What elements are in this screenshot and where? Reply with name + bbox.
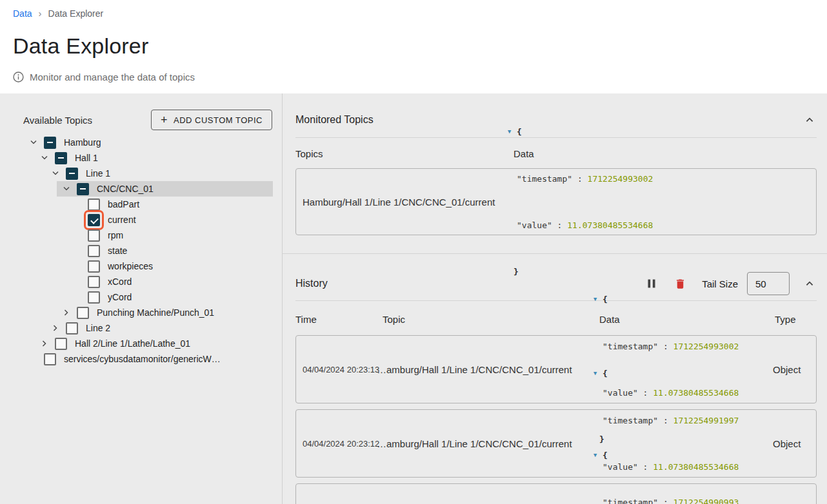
history-type: Object	[769, 364, 801, 375]
monitored-topics-title: Monitored Topics	[295, 114, 374, 126]
available-topics-panel: Available Topics + ADD CUSTOM TOPIC Hamb…	[0, 93, 282, 504]
json-colon: :	[658, 498, 673, 504]
json-collapse-icon[interactable]: ▼	[593, 365, 601, 381]
tree-item-hamburg[interactable]: Hamburg	[0, 135, 282, 150]
tree-item-state[interactable]: state	[0, 243, 282, 258]
tree-item-label: workpieces	[108, 261, 153, 271]
history-topic: …amburg/Hall 1/Line 1/CNC/CNC_01/current	[377, 438, 593, 449]
json-colon: :	[552, 220, 567, 230]
checkbox-indeterminate[interactable]	[44, 137, 56, 149]
tree-item-hall-1[interactable]: Hall 1	[0, 150, 282, 166]
chevron-right-icon[interactable]	[41, 341, 55, 346]
breadcrumb-current: Data Explorer	[48, 8, 104, 19]
collapse-section-icon[interactable]	[802, 113, 817, 127]
checkbox-unchecked[interactable]	[77, 307, 89, 319]
checkbox-indeterminate[interactable]	[55, 152, 67, 164]
json-viewer: ▼{ "timestamp" : 1712254990993 }	[593, 417, 769, 504]
json-value: 11.07380485534668	[567, 220, 653, 230]
chevron-down-icon[interactable]	[30, 140, 44, 145]
tree-item-line-2[interactable]: Line 2	[0, 320, 282, 336]
checkbox-unchecked[interactable]	[88, 291, 100, 304]
history-row: ▼{ "timestamp" : 1712254990993 }	[295, 483, 817, 504]
page-title: Data Explorer	[13, 34, 814, 57]
json-collapse-icon[interactable]: ▼	[593, 447, 601, 463]
json-colon: :	[572, 174, 587, 184]
column-header-time: Time	[295, 314, 383, 325]
json-open-brace: {	[603, 369, 608, 378]
checkbox-indeterminate[interactable]	[66, 168, 78, 180]
chevron-down-icon[interactable]	[52, 171, 66, 176]
history-type: Object	[769, 438, 801, 449]
page-subtitle: Monitor and manage the data of topics	[30, 72, 195, 82]
column-header-topic: Topic	[383, 314, 599, 325]
checkbox-unchecked[interactable]	[88, 260, 100, 273]
checkbox-unchecked[interactable]	[55, 338, 67, 350]
tree-item-rpm[interactable]: rpm	[0, 228, 282, 243]
right-panel: Monitored Topics Topics Data Hamburg/Hal…	[282, 93, 827, 504]
monitored-topic-row: Hamburg/Hall 1/Line 1/CNC/CNC_01/current…	[295, 168, 817, 235]
tree-item-label: Hall 2/Line 1/Lathe/Lathe_01	[75, 338, 190, 349]
available-topics-title: Available Topics	[23, 115, 92, 126]
tree-item-ycord[interactable]: yCord	[0, 289, 282, 305]
tree-item-label: badPart	[108, 199, 139, 209]
history-title: History	[295, 278, 328, 289]
history-time: 04/04/2024 20:23:12	[296, 439, 377, 449]
checkbox-checked[interactable]	[88, 214, 100, 226]
json-key: "timestamp"	[603, 498, 658, 504]
tree-item-label: CNC/CNC_01	[97, 184, 154, 194]
column-header-type: Type	[775, 314, 796, 325]
chevron-right-icon: ›	[39, 8, 42, 19]
chevron-right-icon[interactable]	[63, 310, 77, 315]
tree-item-workpieces[interactable]: workpieces	[0, 258, 282, 274]
plus-icon: +	[161, 114, 168, 126]
tree-item-label: xCord	[108, 276, 132, 287]
checkbox-indeterminate[interactable]	[77, 183, 89, 195]
checkbox-unchecked[interactable]	[44, 353, 56, 365]
json-collapse-icon[interactable]: ▼	[593, 291, 601, 307]
json-open-brace: {	[517, 127, 522, 137]
json-collapse-icon[interactable]: ▼	[508, 124, 515, 139]
tree-item-label: rpm	[108, 230, 123, 240]
collapse-section-icon[interactable]	[802, 276, 817, 291]
tree-item-services-datamonitor[interactable]: services/cybusdatamonitor/genericW…	[0, 351, 282, 367]
monitored-topics-section: Monitored Topics Topics Data Hamburg/Hal…	[283, 93, 827, 254]
chevron-down-icon[interactable]	[63, 186, 77, 191]
checkbox-unchecked[interactable]	[88, 276, 100, 288]
checkbox-unchecked[interactable]	[88, 199, 100, 211]
tree-item-xcord[interactable]: xCord	[0, 274, 282, 289]
breadcrumb-link-data[interactable]: Data	[13, 8, 32, 19]
json-open-brace: {	[603, 295, 608, 304]
tree-item-hall-2-lathe[interactable]: Hall 2/Line 1/Lathe/Lathe_01	[0, 336, 282, 351]
add-custom-topic-label: ADD CUSTOM TOPIC	[174, 115, 263, 125]
json-value: 1712254990993	[673, 498, 739, 504]
tree-item-punching-machine[interactable]: Punching Machine/Punch_01	[0, 305, 282, 320]
tree-item-label: Hall 1	[75, 153, 98, 163]
json-key: "timestamp"	[517, 174, 572, 184]
breadcrumb: Data › Data Explorer	[13, 8, 814, 19]
checkbox-unchecked[interactable]	[88, 229, 100, 242]
tree-item-label: current	[108, 215, 136, 225]
page-header: Data › Data Explorer Data Explorer Monit…	[0, 0, 827, 93]
json-open-brace: {	[603, 451, 608, 460]
tree-item-label: Line 2	[86, 323, 110, 333]
json-value: 1712254993002	[588, 174, 653, 184]
tree-item-label: Line 1	[86, 168, 110, 179]
chevron-down-icon[interactable]	[41, 155, 55, 160]
chevron-right-icon[interactable]	[52, 325, 66, 331]
tree-item-cnc-cnc-01[interactable]: CNC/CNC_01	[57, 181, 273, 197]
add-custom-topic-button[interactable]: + ADD CUSTOM TOPIC	[151, 110, 272, 130]
column-header-topics: Topics	[295, 148, 513, 159]
history-time: 04/04/2024 20:23:13	[296, 365, 377, 374]
history-topic: …amburg/Hall 1/Line 1/CNC/CNC_01/current	[377, 364, 593, 375]
tree-item-current[interactable]: current	[0, 212, 282, 228]
checkbox-unchecked[interactable]	[66, 322, 78, 334]
tree-item-label: yCord	[108, 292, 132, 302]
json-close-brace: }	[513, 267, 519, 276]
tree-item-label: state	[108, 246, 127, 256]
checkbox-unchecked[interactable]	[88, 245, 100, 257]
tree-item-label: Punching Machine/Punch_01	[97, 307, 214, 318]
tree-item-badpart[interactable]: badPart	[0, 197, 282, 212]
tree-item-line-1[interactable]: Line 1	[0, 166, 282, 181]
monitored-topic-path: Hamburg/Hall 1/Line 1/CNC/CNC_01/current	[296, 197, 508, 208]
tree-item-label: Hamburg	[64, 137, 101, 148]
